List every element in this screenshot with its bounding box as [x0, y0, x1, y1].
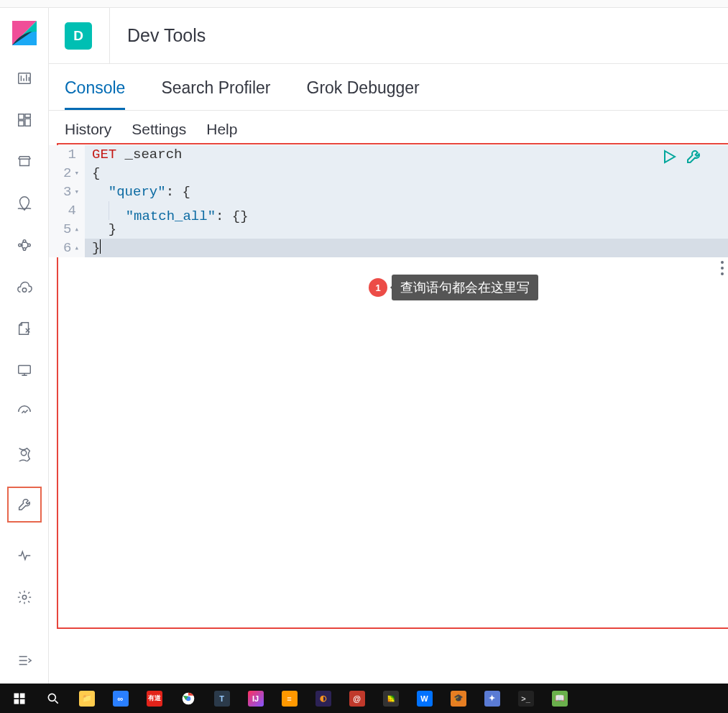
svg-rect-6	[18, 121, 23, 126]
canvas-icon[interactable]	[16, 153, 33, 170]
monitoring-icon[interactable]	[16, 547, 33, 564]
logs-icon[interactable]	[16, 320, 33, 337]
ml-icon[interactable]	[16, 236, 33, 254]
taskbar-app-wps[interactable]: W	[408, 684, 441, 713]
console-editor[interactable]: 1 2▾ 3▾ 4 5▴ 6▴ GET _search { "query": {…	[49, 145, 728, 257]
editor-gutter: 1 2▾ 3▾ 4 5▴ 6▴	[49, 145, 85, 257]
discover-icon[interactable]	[16, 70, 33, 87]
fold-toggle-icon[interactable]: ▾	[74, 164, 79, 183]
windows-taskbar: 📁 ∞ 有道 T IJ ≡ ◐ @ ▦ W 🎓 ✦ >_ 📖	[0, 684, 728, 713]
svg-rect-17	[19, 693, 24, 698]
editor-actions	[660, 148, 702, 165]
line-number: 1	[68, 145, 76, 164]
text-cursor	[100, 239, 101, 254]
uptime-icon[interactable]	[16, 403, 33, 420]
http-method: GET	[92, 147, 116, 162]
tab-console[interactable]: Console	[65, 78, 125, 110]
tab-search-profiler[interactable]: Search Profiler	[161, 78, 270, 110]
infra-icon[interactable]	[16, 278, 33, 295]
svg-point-11	[22, 288, 27, 293]
taskbar-app-intellij[interactable]: IJ	[239, 684, 272, 713]
submenu-help[interactable]: Help	[206, 121, 237, 138]
page-title: Dev Tools	[127, 25, 206, 46]
header-bar: D Dev Tools	[49, 8, 728, 64]
taskbar-app-spiral[interactable]: @	[341, 684, 373, 713]
dashboard-icon[interactable]	[16, 111, 33, 129]
collapse-icon[interactable]	[16, 652, 33, 669]
space-badge[interactable]: D	[65, 22, 92, 50]
kibana-logo[interactable]	[12, 21, 37, 45]
apm-icon[interactable]	[16, 362, 33, 379]
svg-point-13	[21, 450, 26, 455]
fold-toggle-icon[interactable]: ▴	[74, 220, 79, 239]
line-number: 4	[68, 201, 76, 220]
svg-rect-12	[18, 366, 30, 374]
start-button[interactable]	[3, 684, 35, 713]
fold-toggle-icon[interactable]: ▾	[74, 183, 79, 201]
svg-rect-3	[18, 114, 23, 119]
header-divider	[109, 8, 110, 64]
taskbar-app-sublime[interactable]: ≡	[273, 684, 305, 713]
svg-point-20	[48, 694, 55, 701]
line-number: 5	[63, 220, 71, 239]
taskbar-app-baidu[interactable]: ∞	[104, 684, 137, 713]
http-path: _search	[116, 147, 182, 162]
callout-text: 查询语句都会在这里写	[392, 275, 538, 300]
editor-code[interactable]: GET _search { "query": { "match_all": {}…	[85, 145, 728, 257]
callout-number-badge: 1	[369, 278, 387, 297]
svg-marker-15	[665, 151, 675, 162]
svg-point-7	[18, 244, 21, 247]
panel-drag-handle-icon[interactable]	[721, 261, 724, 275]
app-root: D Dev Tools Console Search Profiler Grok…	[0, 8, 728, 684]
svg-point-14	[22, 595, 27, 599]
annotation-callout: 1 查询语句都会在这里写	[369, 275, 538, 300]
taskbar-app-pixel[interactable]: ▦	[374, 684, 407, 713]
svg-rect-4	[24, 114, 29, 118]
taskbar-app-edu[interactable]: 🎓	[442, 684, 474, 713]
send-request-icon[interactable]	[660, 148, 678, 165]
editor-zone: 1 2▾ 3▾ 4 5▴ 6▴ GET _search { "query": {…	[49, 145, 728, 257]
taskbar-app-chrome[interactable]	[172, 684, 204, 713]
line-number: 6	[63, 239, 71, 257]
taskbar-app-flutter[interactable]: ✦	[476, 684, 508, 713]
siem-icon[interactable]	[16, 445, 33, 462]
svg-rect-19	[19, 699, 24, 704]
taskbar-file-explorer[interactable]: 📁	[70, 684, 103, 713]
submenu-settings[interactable]: Settings	[132, 121, 186, 138]
taskbar-app-eclipse[interactable]: ◐	[307, 684, 339, 713]
taskbar-app-terminal[interactable]: >_	[510, 684, 542, 713]
fold-toggle-icon[interactable]: ▴	[74, 239, 79, 257]
main-area: D Dev Tools Console Search Profiler Grok…	[49, 8, 728, 684]
taskbar-app-book[interactable]: 📖	[543, 684, 576, 713]
devtools-icon[interactable]	[7, 487, 42, 523]
line-number: 2	[63, 164, 71, 183]
tab-grok-debugger[interactable]: Grok Debugger	[307, 78, 420, 110]
console-submenu: History Settings Help	[49, 111, 728, 145]
svg-rect-5	[24, 119, 29, 126]
tabs-bar: Console Search Profiler Grok Debugger	[49, 64, 728, 111]
svg-rect-18	[14, 699, 19, 704]
taskbar-search-icon[interactable]	[37, 684, 69, 713]
line-number: 3	[63, 183, 71, 201]
svg-rect-16	[14, 693, 19, 698]
wrench-menu-icon[interactable]	[685, 148, 702, 165]
maps-icon[interactable]	[16, 195, 33, 212]
submenu-history[interactable]: History	[65, 121, 111, 138]
left-sidebar	[0, 8, 49, 684]
browser-chrome-gap	[0, 0, 728, 8]
management-icon[interactable]	[16, 589, 33, 606]
taskbar-app-youdao[interactable]: 有道	[138, 684, 170, 713]
taskbar-app-todesk[interactable]: T	[206, 684, 238, 713]
